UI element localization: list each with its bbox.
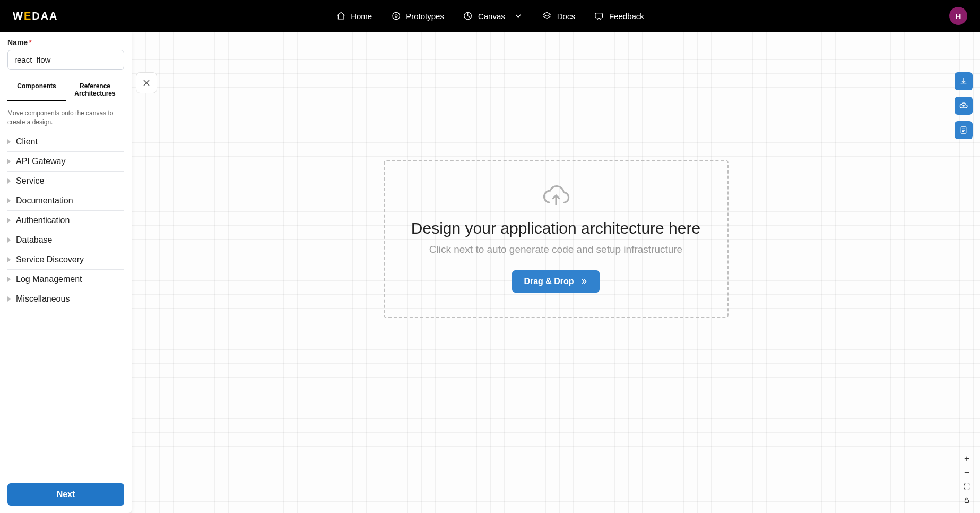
category-label: Log Management [16,275,82,284]
home-icon [336,11,345,21]
category-list: Client API Gateway Service Documentation… [7,132,124,309]
sidebar: Name* Components Reference Architectures… [0,32,132,513]
zoom-in-button[interactable]: + [961,454,973,464]
top-nav: Home Prototypes Canvas Docs Feedback [336,11,644,21]
zoom-out-button[interactable]: − [961,467,973,478]
expand-icon [7,277,11,282]
brand-accent: E [24,10,32,22]
brand-logo: WEDAA [13,10,58,22]
category-documentation[interactable]: Documentation [7,191,124,211]
nav-docs[interactable]: Docs [542,11,575,21]
expand-icon [7,139,11,144]
docs-icon [542,11,552,21]
tab-components[interactable]: Components [7,78,66,101]
cloud-upload-icon [959,101,968,110]
sidebar-hint: Move components onto the canvas to creat… [7,109,124,127]
category-label: Service Discovery [16,255,84,264]
download-icon [959,77,968,85]
nav-feedback[interactable]: Feedback [594,11,644,21]
lock-canvas-button[interactable] [961,495,973,506]
svg-point-1 [395,15,397,18]
category-api-gateway[interactable]: API Gateway [7,152,124,172]
category-label: Database [16,235,53,245]
cloud-save-button[interactable] [955,97,973,115]
drop-zone: Design your application architecture her… [384,160,729,318]
user-avatar[interactable]: H [949,7,967,25]
tab-reference-architectures[interactable]: Reference Architectures [66,78,124,101]
required-mark: * [29,38,31,47]
category-database[interactable]: Database [7,230,124,250]
brand-post: DAA [32,10,58,22]
name-label-text: Name [7,38,28,47]
svg-rect-5 [965,500,969,502]
expand-icon [7,198,11,203]
nav-home-label: Home [351,12,372,21]
nav-home[interactable]: Home [336,11,372,21]
nav-docs-label: Docs [557,12,575,21]
svg-point-0 [392,12,400,20]
category-log-management[interactable]: Log Management [7,270,124,289]
lock-icon [963,497,970,504]
drag-drop-button[interactable]: Drag & Drop [512,270,599,293]
name-field-label: Name* [7,38,124,47]
fit-view-button[interactable] [961,481,973,492]
app-header: WEDAA Home Prototypes Canvas Docs Feedba… [0,0,980,32]
cloud-upload-icon [401,181,712,212]
close-icon [141,78,152,88]
zoom-controls: + − [961,454,973,506]
export-json-button[interactable] [955,121,973,139]
canvas-icon [463,11,473,21]
design-canvas[interactable]: Design your application architecture her… [132,32,980,513]
category-service-discovery[interactable]: Service Discovery [7,250,124,270]
nav-prototypes[interactable]: Prototypes [391,11,444,21]
category-label: Service [16,176,44,186]
drop-zone-title: Design your application architecture her… [401,219,712,237]
double-chevron-right-icon [579,277,588,286]
nav-feedback-label: Feedback [609,12,644,21]
main: Name* Components Reference Architectures… [0,32,980,513]
category-client[interactable]: Client [7,132,124,152]
project-name-input[interactable] [7,50,124,70]
category-label: Miscellaneous [16,294,70,304]
drop-zone-subtitle: Click next to auto generate code and set… [401,244,712,255]
expand-icon [7,296,11,302]
expand-icon [7,257,11,262]
download-button[interactable] [955,72,973,90]
brand-pre: W [13,10,24,22]
canvas-action-bar [955,72,973,139]
nav-prototypes-label: Prototypes [406,12,444,21]
feedback-icon [594,11,604,21]
category-miscellaneous[interactable]: Miscellaneous [7,289,124,309]
expand-icon [7,237,11,243]
collapse-sidebar-button[interactable] [136,72,157,93]
category-authentication[interactable]: Authentication [7,211,124,230]
chevron-down-icon [514,11,523,21]
category-label: Client [16,137,38,147]
category-label: Documentation [16,196,73,206]
category-service[interactable]: Service [7,172,124,191]
document-icon [959,126,968,134]
fit-view-icon [963,483,970,490]
svg-rect-3 [595,13,603,18]
expand-icon [7,178,11,184]
nav-canvas[interactable]: Canvas [463,11,523,21]
avatar-initial: H [956,12,961,21]
expand-icon [7,218,11,223]
expand-icon [7,159,11,164]
category-label: Authentication [16,216,70,225]
sidebar-tabs: Components Reference Architectures [7,78,124,101]
nav-canvas-label: Canvas [478,12,505,21]
prototype-icon [391,11,401,21]
category-label: API Gateway [16,157,65,166]
drag-drop-label: Drag & Drop [524,277,574,286]
next-button[interactable]: Next [7,483,124,506]
